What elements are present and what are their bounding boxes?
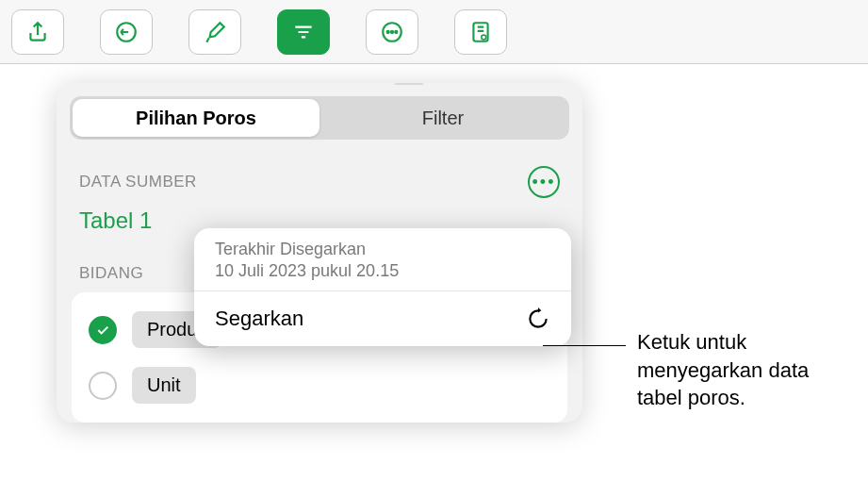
data-source-label: DATA SUMBER [79, 173, 197, 191]
refresh-button[interactable]: Segarkan [194, 291, 571, 346]
ellipsis-icon: ••• [532, 173, 556, 192]
tab-filter[interactable]: Filter [319, 99, 566, 137]
format-brush-icon [203, 20, 227, 44]
share-button[interactable] [11, 9, 64, 55]
undo-icon [114, 20, 139, 44]
popover-arrow [394, 83, 424, 85]
undo-button[interactable] [100, 9, 153, 55]
more-button[interactable] [366, 9, 418, 55]
field-chip[interactable]: Unit [132, 367, 196, 404]
last-refreshed-label: Terakhir Disegarkan [215, 240, 550, 259]
refresh-button-label: Segarkan [215, 307, 303, 331]
callout-line [543, 345, 626, 346]
preview-icon [468, 20, 493, 44]
callout-text: Ketuk untuk menyegarkan data tabel poros… [637, 328, 854, 412]
more-icon [380, 20, 404, 44]
last-refreshed-info: Terakhir Disegarkan 10 Juli 2023 pukul 2… [194, 228, 571, 291]
svg-point-2 [387, 30, 389, 32]
data-source-header: DATA SUMBER ••• [57, 140, 582, 202]
toolbar [0, 0, 868, 64]
share-icon [25, 20, 50, 44]
organize-icon [291, 20, 316, 44]
field-row[interactable]: Unit [72, 357, 567, 413]
tab-pivot-options[interactable]: Pilihan Poros [73, 99, 319, 137]
svg-point-6 [483, 35, 485, 38]
field-checkbox[interactable] [89, 316, 117, 344]
refresh-popover: Terakhir Disegarkan 10 Juli 2023 pukul 2… [194, 228, 571, 346]
segmented-control: Pilihan Poros Filter [70, 96, 569, 140]
organize-button[interactable] [277, 9, 330, 55]
preview-button[interactable] [454, 9, 507, 55]
format-button[interactable] [188, 9, 241, 55]
check-icon [95, 323, 110, 338]
svg-point-3 [391, 30, 393, 32]
svg-point-4 [395, 30, 397, 32]
field-checkbox[interactable] [89, 372, 117, 400]
data-source-more-button[interactable]: ••• [528, 166, 560, 198]
refresh-icon [526, 307, 550, 331]
last-refreshed-date: 10 Juli 2023 pukul 20.15 [215, 261, 550, 281]
